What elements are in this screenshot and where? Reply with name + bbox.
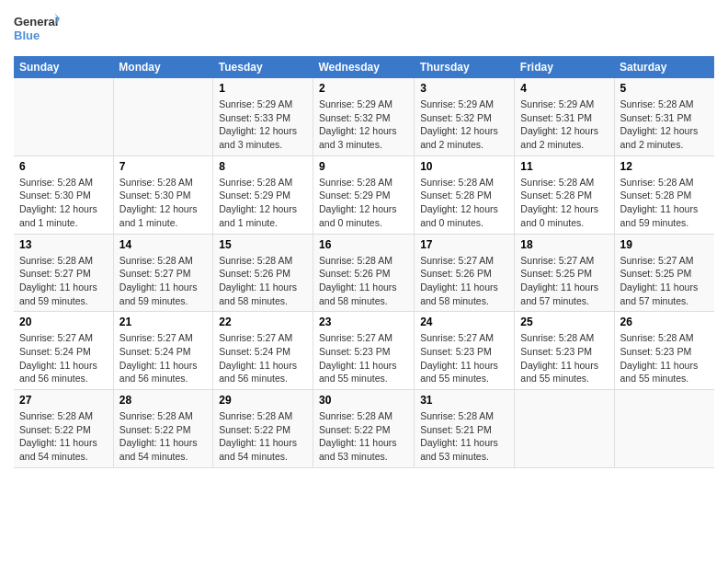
calendar-cell: 12Sunrise: 5:28 AM Sunset: 5:28 PM Dayli… (614, 155, 714, 234)
header-day-friday: Friday (515, 56, 614, 78)
calendar-cell: 11Sunrise: 5:28 AM Sunset: 5:28 PM Dayli… (515, 155, 614, 234)
day-content: Sunrise: 5:28 AM Sunset: 5:30 PM Dayligh… (19, 176, 108, 230)
calendar-cell: 20Sunrise: 5:27 AM Sunset: 5:24 PM Dayli… (14, 312, 113, 390)
calendar-cell: 4Sunrise: 5:29 AM Sunset: 5:31 PM Daylig… (515, 78, 614, 155)
day-number: 2 (319, 82, 408, 95)
day-number: 10 (420, 160, 508, 173)
logo: General Blue (14, 9, 60, 51)
calendar-cell: 21Sunrise: 5:27 AM Sunset: 5:24 PM Dayli… (113, 312, 212, 390)
day-number: 17 (420, 238, 508, 251)
day-content: Sunrise: 5:28 AM Sunset: 5:27 PM Dayligh… (119, 254, 207, 308)
day-number: 8 (219, 160, 307, 173)
calendar-cell (614, 390, 714, 468)
day-number: 29 (219, 394, 307, 407)
day-number: 5 (620, 82, 710, 95)
day-content: Sunrise: 5:28 AM Sunset: 5:23 PM Dayligh… (520, 331, 608, 385)
day-number: 4 (520, 82, 608, 95)
day-number: 31 (420, 394, 508, 407)
day-content: Sunrise: 5:28 AM Sunset: 5:22 PM Dayligh… (19, 409, 108, 464)
svg-text:Blue: Blue (14, 29, 40, 42)
svg-text:General: General (14, 15, 58, 29)
day-number: 11 (520, 160, 608, 173)
day-content: Sunrise: 5:27 AM Sunset: 5:24 PM Dayligh… (119, 331, 207, 385)
day-number: 30 (319, 394, 408, 407)
day-content: Sunrise: 5:27 AM Sunset: 5:23 PM Dayligh… (319, 331, 408, 385)
day-number: 3 (420, 82, 508, 95)
day-content: Sunrise: 5:28 AM Sunset: 5:31 PM Dayligh… (620, 98, 710, 152)
day-content: Sunrise: 5:28 AM Sunset: 5:22 PM Dayligh… (219, 409, 307, 464)
day-content: Sunrise: 5:28 AM Sunset: 5:28 PM Dayligh… (520, 176, 608, 230)
header-day-tuesday: Tuesday (213, 56, 313, 78)
day-content: Sunrise: 5:28 AM Sunset: 5:29 PM Dayligh… (219, 176, 307, 230)
day-content: Sunrise: 5:29 AM Sunset: 5:32 PM Dayligh… (420, 98, 508, 152)
calendar-cell: 22Sunrise: 5:27 AM Sunset: 5:24 PM Dayli… (213, 312, 313, 390)
calendar-cell: 26Sunrise: 5:28 AM Sunset: 5:23 PM Dayli… (614, 312, 714, 390)
day-number: 24 (420, 316, 508, 328)
day-content: Sunrise: 5:28 AM Sunset: 5:22 PM Dayligh… (119, 409, 207, 464)
calendar-cell: 6Sunrise: 5:28 AM Sunset: 5:30 PM Daylig… (14, 155, 113, 234)
calendar-cell: 16Sunrise: 5:28 AM Sunset: 5:26 PM Dayli… (313, 234, 414, 312)
calendar-cell: 3Sunrise: 5:29 AM Sunset: 5:32 PM Daylig… (415, 78, 515, 155)
day-content: Sunrise: 5:27 AM Sunset: 5:24 PM Dayligh… (219, 331, 307, 385)
calendar-cell: 8Sunrise: 5:28 AM Sunset: 5:29 PM Daylig… (213, 155, 313, 234)
calendar-table: SundayMondayTuesdayWednesdayThursdayFrid… (14, 56, 714, 468)
calendar-cell: 19Sunrise: 5:27 AM Sunset: 5:25 PM Dayli… (614, 234, 714, 312)
day-number: 21 (119, 316, 207, 328)
calendar-cell: 10Sunrise: 5:28 AM Sunset: 5:28 PM Dayli… (415, 155, 515, 234)
day-number: 22 (219, 316, 307, 328)
calendar-cell: 1Sunrise: 5:29 AM Sunset: 5:33 PM Daylig… (213, 78, 313, 155)
day-number: 6 (19, 160, 108, 173)
header-day-monday: Monday (113, 56, 212, 78)
day-number: 18 (520, 238, 608, 251)
calendar-week-row: 27Sunrise: 5:28 AM Sunset: 5:22 PM Dayli… (14, 390, 714, 468)
header-day-wednesday: Wednesday (313, 56, 414, 78)
calendar-cell: 28Sunrise: 5:28 AM Sunset: 5:22 PM Dayli… (113, 390, 212, 468)
day-content: Sunrise: 5:29 AM Sunset: 5:33 PM Dayligh… (219, 98, 307, 152)
calendar-week-row: 1Sunrise: 5:29 AM Sunset: 5:33 PM Daylig… (14, 78, 714, 155)
page-header: General Blue (14, 9, 714, 51)
calendar-week-row: 13Sunrise: 5:28 AM Sunset: 5:27 PM Dayli… (14, 234, 714, 312)
day-number: 25 (520, 316, 608, 328)
day-number: 20 (19, 316, 108, 328)
header-day-saturday: Saturday (614, 56, 714, 78)
day-content: Sunrise: 5:29 AM Sunset: 5:32 PM Dayligh… (319, 98, 408, 152)
day-number: 23 (319, 316, 408, 328)
day-content: Sunrise: 5:28 AM Sunset: 5:30 PM Dayligh… (119, 176, 207, 230)
logo-svg: General Blue (14, 9, 60, 51)
day-number: 15 (219, 238, 307, 251)
calendar-header-row: SundayMondayTuesdayWednesdayThursdayFrid… (14, 56, 714, 78)
header-day-sunday: Sunday (14, 56, 113, 78)
day-number: 7 (119, 160, 207, 173)
day-number: 1 (219, 82, 307, 95)
calendar-cell: 31Sunrise: 5:28 AM Sunset: 5:21 PM Dayli… (415, 390, 515, 468)
day-number: 28 (119, 394, 207, 407)
day-content: Sunrise: 5:28 AM Sunset: 5:21 PM Dayligh… (420, 409, 508, 464)
calendar-cell: 25Sunrise: 5:28 AM Sunset: 5:23 PM Dayli… (515, 312, 614, 390)
day-content: Sunrise: 5:28 AM Sunset: 5:23 PM Dayligh… (620, 331, 710, 385)
day-content: Sunrise: 5:27 AM Sunset: 5:26 PM Dayligh… (420, 254, 508, 308)
day-content: Sunrise: 5:27 AM Sunset: 5:23 PM Dayligh… (420, 331, 508, 385)
day-content: Sunrise: 5:28 AM Sunset: 5:22 PM Dayligh… (319, 409, 408, 464)
day-number: 9 (319, 160, 408, 173)
calendar-cell: 9Sunrise: 5:28 AM Sunset: 5:29 PM Daylig… (313, 155, 414, 234)
calendar-week-row: 6Sunrise: 5:28 AM Sunset: 5:30 PM Daylig… (14, 155, 714, 234)
day-content: Sunrise: 5:28 AM Sunset: 5:26 PM Dayligh… (319, 254, 408, 308)
calendar-cell: 2Sunrise: 5:29 AM Sunset: 5:32 PM Daylig… (313, 78, 414, 155)
day-number: 13 (19, 238, 108, 251)
calendar-cell: 27Sunrise: 5:28 AM Sunset: 5:22 PM Dayli… (14, 390, 113, 468)
day-content: Sunrise: 5:27 AM Sunset: 5:25 PM Dayligh… (520, 254, 608, 308)
calendar-cell: 30Sunrise: 5:28 AM Sunset: 5:22 PM Dayli… (313, 390, 414, 468)
calendar-cell: 23Sunrise: 5:27 AM Sunset: 5:23 PM Dayli… (313, 312, 414, 390)
calendar-cell: 7Sunrise: 5:28 AM Sunset: 5:30 PM Daylig… (113, 155, 212, 234)
day-content: Sunrise: 5:28 AM Sunset: 5:27 PM Dayligh… (19, 254, 108, 308)
calendar-cell: 15Sunrise: 5:28 AM Sunset: 5:26 PM Dayli… (213, 234, 313, 312)
day-number: 16 (319, 238, 408, 251)
day-number: 26 (620, 316, 710, 328)
day-number: 12 (620, 160, 710, 173)
calendar-cell (14, 78, 113, 155)
header-day-thursday: Thursday (415, 56, 515, 78)
day-content: Sunrise: 5:28 AM Sunset: 5:29 PM Dayligh… (319, 176, 408, 230)
calendar-cell: 13Sunrise: 5:28 AM Sunset: 5:27 PM Dayli… (14, 234, 113, 312)
day-content: Sunrise: 5:29 AM Sunset: 5:31 PM Dayligh… (520, 98, 608, 152)
calendar-cell: 17Sunrise: 5:27 AM Sunset: 5:26 PM Dayli… (415, 234, 515, 312)
